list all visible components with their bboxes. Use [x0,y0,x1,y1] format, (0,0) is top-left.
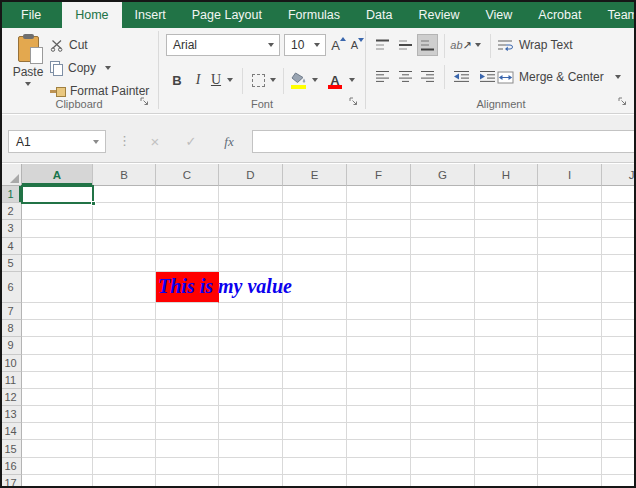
font-color-button[interactable]: A [325,68,345,92]
cell-A17[interactable] [22,475,93,488]
align-right-button[interactable] [417,65,438,87]
cell-E6[interactable] [283,272,347,303]
tab-data[interactable]: Data [353,2,405,28]
cell-D14[interactable] [219,423,283,440]
cell-D11[interactable] [219,372,283,389]
cell-H12[interactable] [475,389,538,406]
cell-C5[interactable] [156,255,219,272]
tab-formulas[interactable]: Formulas [275,2,353,28]
fill-handle[interactable] [91,201,96,206]
cell-H6[interactable] [475,272,538,303]
cell-G16[interactable] [411,458,475,475]
row-header-5[interactable]: 5 [0,255,22,272]
decrease-indent-button[interactable] [450,65,473,87]
cell-I16[interactable] [538,458,602,475]
formula-input[interactable] [252,130,636,153]
cell-B2[interactable] [93,203,156,220]
cell-G13[interactable] [411,406,475,423]
cell-F5[interactable] [347,255,411,272]
cell-G12[interactable] [411,389,475,406]
cell-G11[interactable] [411,372,475,389]
cell-H4[interactable] [475,238,538,255]
cell-G1[interactable] [411,186,475,203]
cell-B6[interactable] [93,272,156,303]
cell-E15[interactable] [283,440,347,457]
tab-file[interactable]: File [0,2,62,28]
cell-E1[interactable] [283,186,347,203]
row-header-14[interactable]: 14 [0,423,22,440]
cell-H10[interactable] [475,355,538,372]
cell-C8[interactable] [156,320,219,337]
row-header-12[interactable]: 12 [0,389,22,406]
cell-B1[interactable] [93,186,156,203]
row-header-4[interactable]: 4 [0,238,22,255]
cell-A12[interactable] [22,389,93,406]
tab-team[interactable]: Team [594,2,636,28]
insert-function-button[interactable]: fx [214,130,244,153]
middle-align-button[interactable] [395,34,416,56]
cell-A2[interactable] [22,203,93,220]
cell-J2[interactable] [602,203,636,220]
font-dialog-launcher[interactable] [349,97,361,109]
cell-E13[interactable] [283,406,347,423]
cell-I6[interactable] [538,272,602,303]
cell-F9[interactable] [347,337,411,354]
cell-A7[interactable] [22,303,93,320]
row-header-3[interactable]: 3 [0,220,22,237]
cell-C13[interactable] [156,406,219,423]
cell-A10[interactable] [22,355,93,372]
cell-G5[interactable] [411,255,475,272]
paste-dropdown-icon[interactable] [25,82,31,86]
cell-E10[interactable] [283,355,347,372]
cell-C1[interactable] [156,186,219,203]
alignment-dialog-launcher[interactable] [618,97,630,109]
row-header-13[interactable]: 13 [0,406,22,423]
cell-A8[interactable] [22,320,93,337]
cell-D15[interactable] [219,440,283,457]
fill-color-dropdown[interactable] [309,68,321,92]
cell-J17[interactable] [602,475,636,488]
cell-B14[interactable] [93,423,156,440]
cell-G17[interactable] [411,475,475,488]
formula-bar-splitter[interactable]: ⋮ [118,133,131,148]
cell-H2[interactable] [475,203,538,220]
cell-E7[interactable] [283,303,347,320]
column-header-D[interactable]: D [219,164,283,186]
cell-G15[interactable] [411,440,475,457]
bold-button[interactable]: B [168,68,186,92]
cell-H13[interactable] [475,406,538,423]
cell-C11[interactable] [156,372,219,389]
clipboard-dialog-launcher[interactable] [140,97,152,109]
cell-D16[interactable] [219,458,283,475]
row-header-16[interactable]: 16 [0,458,22,475]
top-align-button[interactable] [372,34,393,56]
copy-dropdown-icon[interactable] [105,66,111,70]
cell-B5[interactable] [93,255,156,272]
cell-C15[interactable] [156,440,219,457]
cell-A5[interactable] [22,255,93,272]
cell-I13[interactable] [538,406,602,423]
merge-center-button[interactable]: Merge & Center [497,68,621,86]
cell-A16[interactable] [22,458,93,475]
italic-button[interactable]: I [190,68,206,92]
cell-B12[interactable] [93,389,156,406]
cell-B13[interactable] [93,406,156,423]
cell-I10[interactable] [538,355,602,372]
cell-A11[interactable] [22,372,93,389]
cell-B10[interactable] [93,355,156,372]
cell-G10[interactable] [411,355,475,372]
cell-I7[interactable] [538,303,602,320]
increase-indent-button[interactable] [476,65,499,87]
underline-dropdown[interactable] [224,68,236,92]
cell-I4[interactable] [538,238,602,255]
cell-E2[interactable] [283,203,347,220]
cell-J6[interactable] [602,272,636,303]
cell-A15[interactable] [22,440,93,457]
underline-button[interactable]: U [208,68,224,92]
align-left-button[interactable] [372,65,393,87]
cell-F8[interactable] [347,320,411,337]
row-header-10[interactable]: 10 [0,355,22,372]
row-header-7[interactable]: 7 [0,303,22,320]
paste-button[interactable]: Paste [8,34,48,100]
name-box[interactable]: A1 [8,130,106,153]
